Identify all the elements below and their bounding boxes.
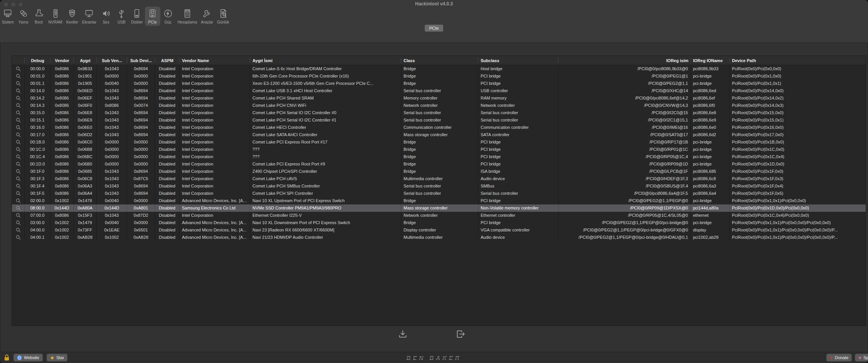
table-row[interactable]: 00:1B.00x80860x06C00x00000x0000DisabledI… <box>12 138 866 146</box>
table-row[interactable]: 08:00.00x144D0xA80A0x144D0xA801DisabledS… <box>12 204 866 212</box>
row-search-icon[interactable] <box>12 80 25 87</box>
toolbar-item-yama[interactable]: Yama <box>16 7 31 26</box>
row-search-icon[interactable] <box>12 87 25 95</box>
row-search-icon[interactable] <box>12 226 25 234</box>
toolbar-item-sistem[interactable]: Sistem <box>0 7 16 26</box>
column-header-device-path[interactable]: Device Path <box>730 56 866 65</box>
row-search-icon[interactable] <box>12 190 25 197</box>
toolbar-item-gunluk[interactable]: Günlük <box>215 7 231 26</box>
table-row[interactable]: 00:16.00x80860x06E00x10430x8694DisabledI… <box>12 124 866 131</box>
row-search-icon[interactable] <box>12 102 25 109</box>
cell: PCI bridge <box>478 146 558 153</box>
export-button[interactable] <box>455 328 466 340</box>
power-icon <box>162 8 174 19</box>
toolbar-item-boot[interactable]: Boot <box>31 7 47 26</box>
cell: SMBus <box>478 182 558 190</box>
cell: Comet Lake USB 3.1 xHCI Host Controller <box>250 87 401 95</box>
cell: Audio device <box>478 175 558 182</box>
row-search-icon[interactable] <box>12 204 25 212</box>
table-row[interactable]: 03:00.00x10020x14790x00400x0000DisabledA… <box>12 219 866 226</box>
cell: 0x1002 <box>50 197 74 204</box>
table-row[interactable]: 04:00.00x10020x73FF0x1EAE0x6501DisabledA… <box>12 226 866 234</box>
column-header-ioreg-ioname[interactable]: IOReg IOName <box>691 56 730 65</box>
row-search-icon[interactable] <box>12 168 25 175</box>
table-row[interactable]: 00:1F.00x80860x06850x10430x8694DisabledI… <box>12 168 866 175</box>
row-search-icon[interactable] <box>12 131 25 138</box>
table-row[interactable]: 00:14.20x80860x06EF0x10430x8694DisabledI… <box>12 95 866 102</box>
row-search-icon[interactable] <box>12 197 25 204</box>
toolbar-item-araclar[interactable]: Araçlar <box>199 7 215 26</box>
row-search-icon[interactable] <box>12 109 25 116</box>
website-button[interactable]: Website <box>13 354 43 361</box>
cell: 0x1043 <box>97 124 127 131</box>
row-search-icon[interactable] <box>12 116 25 124</box>
cell: Serial bus controller <box>401 109 478 116</box>
table-row[interactable]: 00:1C.00x80860x06B80x00000x0000DisabledI… <box>12 146 866 153</box>
cell: Disabled <box>155 212 180 219</box>
column-header-debug[interactable]: Debug <box>25 56 50 65</box>
column-header-ioreg-isim[interactable]: IOReg isim <box>558 56 691 65</box>
row-search-icon[interactable] <box>12 175 25 182</box>
cell: 0x0000 <box>97 138 127 146</box>
toolbar-item-ses[interactable]: Ses <box>98 7 114 26</box>
toolbar-item-pcie[interactable]: PCIe <box>145 7 160 26</box>
table-row[interactable]: 00:1F.40x80860x06A30x10430x8694DisabledI… <box>12 182 866 190</box>
sponsor-button[interactable]: ♥ Sponsor <box>855 354 868 361</box>
row-search-icon[interactable] <box>12 73 25 80</box>
column-header-ayg-t-i-smi[interactable]: Aygıt İsmi <box>250 56 401 65</box>
column-header-label: Device Path <box>732 58 756 63</box>
table-row[interactable]: 00:1D.00x80860x06B00x00000x0000DisabledI… <box>12 160 866 168</box>
table-row[interactable]: 00:01.00x80860x19010x00000x0000DisabledI… <box>12 73 866 80</box>
table-row[interactable]: 00:15.10x80860x06E90x10430x8694DisabledI… <box>12 116 866 124</box>
toolbar-item-diskler[interactable]: Diskler <box>129 7 145 26</box>
column-header-sub-devi[interactable]: Sub Devi... <box>127 56 155 65</box>
row-search-icon[interactable] <box>12 219 25 226</box>
row-search-icon[interactable] <box>12 65 25 73</box>
cell: /PCI0@0/pci8086,6a4@1F,5 <box>558 190 691 197</box>
table-row[interactable]: 02:00.00x10020x14780x00400x0000DisabledA… <box>12 197 866 204</box>
row-search-icon[interactable] <box>12 160 25 168</box>
row-search-icon[interactable] <box>12 95 25 102</box>
table-row[interactable]: 00:14.00x80860x06ED0x10430x8694DisabledI… <box>12 87 866 95</box>
column-header-aspm[interactable]: ASPM <box>155 56 180 65</box>
row-search-icon[interactable] <box>12 234 25 241</box>
boot-icon <box>33 8 45 19</box>
column-header-class[interactable]: Class <box>401 56 478 65</box>
cell: 0x0000 <box>97 153 127 160</box>
table-row[interactable]: 04:00.10x10020xAB280x10020xAB28DisabledA… <box>12 234 866 241</box>
toolbar-item-kextler[interactable]: Kextler <box>64 7 80 26</box>
row-search-icon[interactable] <box>12 138 25 146</box>
toolbar-item-guc[interactable]: Güç <box>160 7 176 26</box>
row-search-icon[interactable] <box>12 212 25 219</box>
column-header-subclass[interactable]: Subclass <box>478 56 558 65</box>
toolbar-item-usb[interactable]: USB <box>114 7 129 26</box>
lock-icon[interactable] <box>4 354 10 361</box>
download-button[interactable] <box>397 328 409 340</box>
column-header-vendor-name[interactable]: Vendor Name <box>180 56 250 65</box>
toolbar-item-nvram[interactable]: NVRAM <box>47 7 64 26</box>
table-row[interactable]: 00:1C.40x80860x06BC0x00000x0000DisabledI… <box>12 153 866 160</box>
table-row[interactable]: 00:01.10x80860x19050x00400x0000DisabledI… <box>12 80 866 87</box>
cell: Disabled <box>155 65 180 73</box>
column-header-sub-ven[interactable]: Sub Ven... <box>97 56 127 65</box>
donate-button[interactable]: ♥ Donate <box>826 354 852 361</box>
column-header-search[interactable] <box>12 56 25 65</box>
table-row[interactable]: 00:00.00x80860x9B330x10430x8694DisabledI… <box>12 65 866 73</box>
toolbar-item-hesaplama[interactable]: Hesaplama <box>176 7 199 26</box>
table-row[interactable]: 00:1F.50x80860x06A40x10430x8694DisabledI… <box>12 190 866 197</box>
row-search-icon[interactable] <box>12 182 25 190</box>
table-row[interactable]: 00:1F.30x80860x06C80x10430x87C5DisabledI… <box>12 175 866 182</box>
table-row[interactable]: 00:15.00x80860x06E80x10430x8694DisabledI… <box>12 109 866 116</box>
tab-pcie[interactable]: PCIe <box>425 25 443 32</box>
table-row[interactable]: 00:17.00x80860x06D20x10430x8694DisabledI… <box>12 131 866 138</box>
table-row[interactable]: 00:14.30x80860x06F00x80860x0074DisabledI… <box>12 102 866 109</box>
table-row[interactable]: 07:00.00x80860x15F30x10430x87D2DisabledI… <box>12 212 866 219</box>
row-search-icon[interactable] <box>12 146 25 153</box>
column-header-ayg-t[interactable]: Aygıt <box>74 56 97 65</box>
row-search-icon[interactable] <box>12 124 25 131</box>
row-search-icon[interactable] <box>12 153 25 160</box>
toolbar-item-ekranlar[interactable]: Ekranlar <box>80 7 98 26</box>
star-button[interactable]: ★ Star <box>47 354 68 361</box>
column-header-vendor[interactable]: Vendor <box>50 56 74 65</box>
cell: pci8086,6e9 <box>691 116 730 124</box>
